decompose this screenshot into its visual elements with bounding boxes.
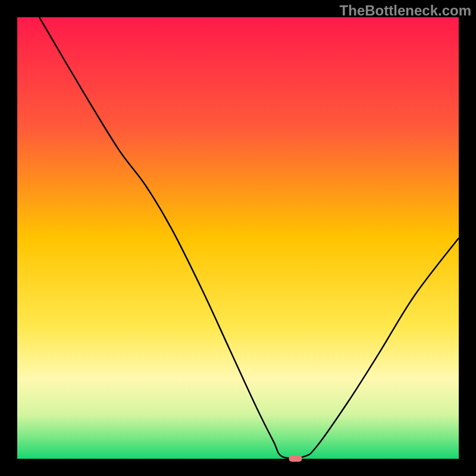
frame-right [459, 0, 476, 476]
bottleneck-chart: TheBottleneck.com [0, 0, 476, 476]
watermark-text: TheBottleneck.com [340, 2, 471, 19]
frame-bottom [0, 459, 476, 476]
plot-area [17, 17, 459, 459]
frame-left [0, 0, 17, 476]
chart-svg [0, 0, 476, 476]
optimal-marker [289, 455, 302, 462]
